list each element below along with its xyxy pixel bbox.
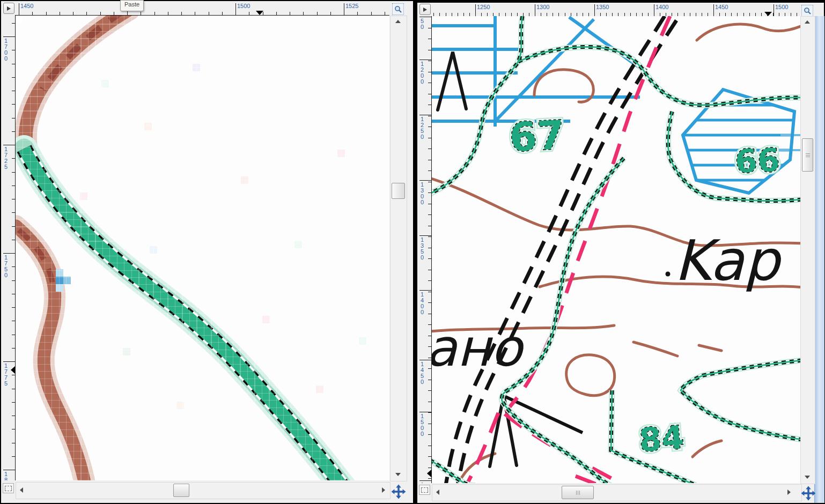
ruler-tick — [371, 12, 372, 15]
canvas-left[interactable] — [16, 16, 389, 480]
ruler-tick — [428, 171, 431, 171]
ruler-unit-label: 1300 — [536, 4, 549, 10]
ruler-unit-label: 1250 — [421, 116, 426, 140]
ruler-tick — [86, 12, 87, 15]
pan-button[interactable] — [799, 484, 817, 502]
ruler-tick — [428, 314, 431, 314]
ruler-tick — [12, 389, 15, 389]
ruler-tick — [12, 429, 15, 429]
ruler-major-tick — [235, 3, 236, 15]
ruler-tick — [428, 138, 431, 138]
ruler-tick — [428, 39, 431, 39]
ruler-tick — [154, 12, 155, 15]
ruler-tick — [428, 468, 431, 468]
ruler-tick — [114, 12, 114, 15]
ruler-major-tick — [654, 4, 654, 16]
vertical-scrollbar-right[interactable] — [800, 16, 815, 484]
image-window-right: 125013001350140014501500 501200125013001… — [417, 3, 824, 503]
v-ruler-right[interactable]: 5012001250130013501400145015001 — [419, 16, 432, 483]
place-name-kap: Kap — [674, 228, 782, 293]
scroll-up-button[interactable] — [391, 16, 406, 27]
ruler-tick — [317, 12, 318, 15]
tooltip-label: Paste — [124, 1, 139, 8]
ruler-tick — [195, 12, 195, 15]
zoom-follow-button[interactable] — [801, 5, 813, 17]
h-ruler-left[interactable]: 1450147515001525 — [15, 3, 389, 16]
paste-tooltip: Paste — [120, 0, 144, 11]
menu-button[interactable] — [419, 4, 431, 15]
ruler-tick — [249, 12, 249, 15]
ruler-unit-label: 1500 — [421, 413, 426, 437]
ruler-major-tick — [3, 470, 15, 470]
horizontal-scrollbar-left[interactable] — [16, 482, 391, 499]
horizontal-scroll-thumb[interactable] — [562, 486, 594, 499]
vertical-scrollbar-left[interactable] — [390, 16, 407, 481]
ruler-tick — [12, 226, 15, 227]
canvas-right[interactable]: 67 67 67 66 66 66 84 84 84 Kap ано — [432, 16, 800, 483]
scroll-left-icon — [436, 490, 439, 495]
ruler-tick — [428, 390, 431, 391]
menu-button[interactable] — [3, 3, 14, 14]
scroll-right-button[interactable] — [378, 483, 389, 498]
scroll-up-icon — [395, 20, 401, 23]
h-ruler-right[interactable]: 125013001350140014501500 — [431, 4, 801, 17]
ruler-unit-label: 1350 — [421, 237, 426, 261]
ruler-tick — [428, 127, 431, 127]
quick-mask-button[interactable] — [419, 485, 430, 495]
quick-mask-icon — [421, 487, 428, 493]
ruler-tick — [428, 116, 431, 116]
ruler-tick — [263, 12, 263, 15]
ruler-major-tick — [419, 180, 431, 181]
ruler-tick — [428, 258, 431, 259]
ruler-tick — [428, 424, 431, 424]
ruler-unit-label: 1700 — [4, 38, 10, 62]
pan-button[interactable] — [389, 483, 407, 500]
scroll-left-button[interactable] — [432, 485, 443, 500]
ruler-tick — [12, 335, 15, 335]
ruler-tick — [428, 292, 431, 292]
ruler-tick — [141, 12, 141, 15]
ruler-unit-label: 1200 — [421, 61, 426, 85]
ruler-unit-label: 1725 — [4, 146, 10, 170]
scroll-down-icon — [395, 473, 401, 476]
magnifier-icon — [394, 5, 402, 13]
ruler-tick — [12, 199, 15, 199]
scroll-down-button[interactable] — [801, 472, 814, 483]
ruler-major-tick — [419, 115, 431, 115]
ruler-major-tick — [419, 360, 431, 360]
ruler-tick — [12, 118, 15, 118]
ruler-tick — [428, 204, 431, 204]
scroll-up-button[interactable] — [801, 17, 814, 27]
ruler-unit-label: 1400 — [655, 4, 668, 10]
ruler-major-tick — [3, 145, 15, 145]
ruler-tick — [428, 214, 431, 215]
scroll-right-button[interactable] — [784, 485, 794, 500]
scroll-down-button[interactable] — [391, 469, 406, 480]
ruler-tick — [12, 280, 15, 281]
ruler-unit-label: 1300 — [421, 182, 426, 205]
ruler-tick — [428, 478, 431, 479]
v-ruler-left[interactable]: 170017251750177518 — [3, 16, 16, 480]
ruler-tick — [428, 368, 431, 369]
ruler-tick — [12, 266, 15, 267]
ruler-tick — [12, 375, 15, 375]
ruler-unit-label: 1500 — [775, 4, 788, 10]
area-label-67: 67 67 67 — [508, 112, 565, 160]
ruler-tick — [276, 12, 277, 15]
horizontal-scroll-thumb[interactable] — [173, 484, 189, 497]
vertical-scroll-thumb[interactable] — [802, 138, 813, 172]
scroll-left-button[interactable] — [16, 483, 27, 498]
ruler-tick — [428, 72, 431, 72]
quick-mask-icon — [5, 486, 12, 491]
zoom-follow-button[interactable] — [392, 3, 404, 15]
vertical-scroll-thumb[interactable] — [392, 183, 405, 199]
ruler-tick — [12, 50, 15, 50]
ruler-unit-label: 1 — [421, 482, 426, 483]
ruler-tick — [428, 280, 431, 281]
ruler-tick — [428, 105, 431, 105]
horizontal-scrollbar-right[interactable] — [432, 484, 802, 501]
blue-pixel — [56, 269, 71, 292]
svg-text:66: 66 — [734, 141, 780, 180]
quick-mask-button[interactable] — [3, 483, 14, 493]
ruler-unit-label: 1500 — [237, 3, 250, 9]
